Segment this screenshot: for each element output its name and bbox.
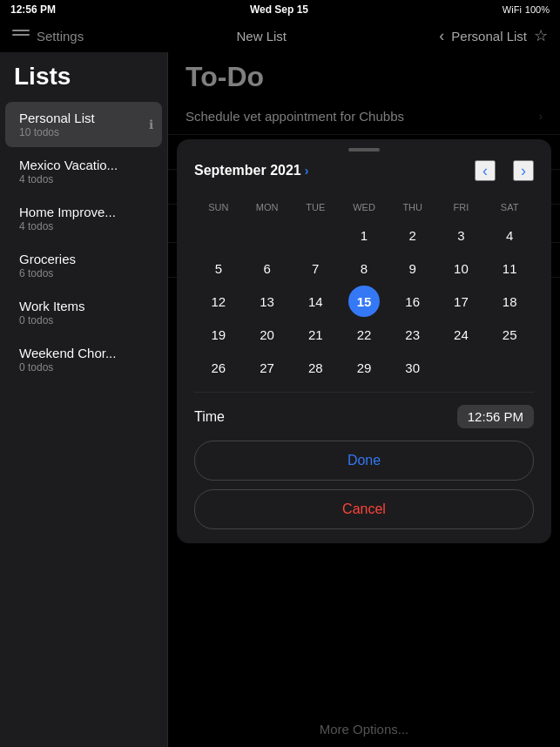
calendar-cell[interactable]: 4 [494, 219, 525, 251]
sidebar-item-work[interactable]: Work Items 0 todos [5, 290, 162, 335]
calendar-nav: ‹ › [475, 160, 534, 181]
month-expand-icon[interactable]: › [305, 164, 309, 178]
sidebar-item-sub: 4 todos [19, 173, 148, 185]
calendar-month-year: September 2021 › [194, 163, 308, 178]
nav-right: ‹ Personal List ☆ [439, 26, 548, 45]
sidebar-item-name: Groceries [19, 252, 148, 266]
calendar-cell[interactable]: 10 [445, 252, 476, 284]
calendar-cell[interactable]: 19 [203, 319, 234, 350]
new-list-button[interactable]: New List [236, 29, 287, 44]
calendar-cell[interactable]: 11 [494, 252, 525, 284]
calendar-container: September 2021 › ‹ › SUN MON TUE [177, 157, 551, 432]
nav-center: New List [98, 29, 425, 44]
sidebar-title: Lists [0, 56, 167, 101]
sidebar-item-name: Mexico Vacatio... [19, 158, 148, 172]
sidebar-item-sub: 10 todos [19, 126, 148, 138]
day-name-fri: FRI [437, 199, 486, 216]
calendar-cell[interactable]: 6 [252, 252, 283, 284]
calendar-cell[interactable]: 14 [300, 286, 331, 317]
calendar-cell[interactable]: 13 [252, 286, 283, 317]
star-icon[interactable]: ☆ [534, 26, 548, 45]
status-bar: 12:56 PM Wed Sep 15 WiFi 100% [0, 0, 560, 19]
day-name-mon: MON [243, 199, 292, 216]
modal-handle [177, 139, 551, 157]
sidebar: Lists Personal List 10 todos ℹ Mexico Va… [0, 52, 168, 747]
calendar-cell[interactable]: 30 [397, 352, 428, 383]
calendar-cell[interactable]: 9 [397, 252, 428, 284]
calendar-cell[interactable]: 21 [300, 319, 331, 350]
back-label[interactable]: Personal List [451, 29, 527, 44]
settings-button[interactable]: Settings [37, 29, 84, 44]
nav-left: Settings [12, 29, 84, 44]
date-picker-modal: September 2021 › ‹ › SUN MON TUE [177, 139, 551, 543]
calendar-cell[interactable]: 12 [203, 286, 234, 317]
sidebar-item-mexico[interactable]: Mexico Vacatio... 4 todos [5, 149, 162, 194]
calendar-cell[interactable]: 28 [300, 352, 331, 383]
calendar-cell[interactable]: 24 [445, 319, 476, 350]
sidebar-toggle-icon[interactable] [12, 30, 30, 42]
nav-bar: Settings New List ‹ Personal List ☆ [0, 19, 560, 52]
date-picker-modal-overlay: September 2021 › ‹ › SUN MON TUE [168, 52, 560, 747]
content-area: To-Do Schedule vet appointment for Chubb… [168, 52, 560, 747]
sidebar-item-sub: 6 todos [19, 267, 148, 279]
sidebar-item-sub: 4 todos [19, 220, 148, 232]
day-name-tue: TUE [291, 199, 340, 216]
calendar-cell[interactable]: 22 [348, 319, 380, 350]
calendar-grid: SUN MON TUE WED THU FRI SAT 123456789101… [194, 199, 534, 383]
calendar-cell [252, 219, 283, 251]
back-arrow-icon: ‹ [439, 27, 444, 45]
main-layout: Lists Personal List 10 todos ℹ Mexico Va… [0, 52, 560, 747]
calendar-cell [300, 219, 331, 251]
done-button[interactable]: Done [194, 441, 534, 481]
calendar-cell [445, 352, 476, 383]
calendar-cell[interactable]: 15 [348, 286, 380, 317]
calendar-cell[interactable]: 5 [203, 252, 234, 284]
time-label: Time [194, 409, 225, 425]
info-icon[interactable]: ℹ [149, 118, 153, 131]
calendar-cell[interactable]: 3 [445, 219, 476, 251]
calendar-cell[interactable]: 25 [494, 319, 525, 350]
calendar-cell [203, 219, 234, 251]
sidebar-item-sub: 0 todos [19, 314, 148, 326]
next-month-button[interactable]: › [513, 160, 534, 181]
calendar-cell[interactable]: 29 [348, 352, 380, 383]
sidebar-item-personal-list[interactable]: Personal List 10 todos ℹ [5, 102, 162, 147]
calendar-cell[interactable]: 20 [252, 319, 283, 350]
calendar-cell[interactable]: 18 [494, 286, 525, 317]
sidebar-item-groceries[interactable]: Groceries 6 todos [5, 243, 162, 288]
cancel-button[interactable]: Cancel [194, 489, 534, 529]
status-time: 12:56 PM [10, 3, 56, 16]
calendar-days: 1234567891011121314151617181920212223242… [194, 219, 534, 383]
calendar-cell[interactable]: 23 [397, 319, 428, 350]
time-value[interactable]: 12:56 PM [457, 405, 534, 428]
sidebar-item-name: Work Items [19, 299, 148, 313]
time-row: Time 12:56 PM [194, 392, 534, 432]
day-name-thu: THU [388, 199, 437, 216]
sidebar-item-name: Home Improve... [19, 205, 148, 219]
status-indicators: WiFi 100% [503, 4, 550, 15]
sidebar-item-name: Weekend Chor... [19, 346, 148, 360]
day-name-wed: WED [340, 199, 388, 216]
calendar-days-header: SUN MON TUE WED THU FRI SAT [194, 199, 534, 216]
modal-handle-bar [348, 148, 380, 151]
calendar-cell[interactable]: 17 [445, 286, 476, 317]
calendar-cell[interactable]: 1 [348, 219, 380, 251]
day-name-sun: SUN [194, 199, 243, 216]
prev-month-button[interactable]: ‹ [475, 160, 496, 181]
calendar-cell[interactable]: 26 [203, 352, 234, 383]
calendar-cell[interactable]: 16 [397, 286, 428, 317]
calendar-cell[interactable]: 2 [397, 219, 428, 251]
wifi-icon: WiFi [503, 4, 522, 15]
sidebar-item-name: Personal List [19, 111, 148, 125]
calendar-cell [494, 352, 525, 383]
sidebar-item-sub: 0 todos [19, 361, 148, 374]
sidebar-item-home[interactable]: Home Improve... 4 todos [5, 196, 162, 241]
calendar-cell[interactable]: 7 [300, 252, 331, 284]
sidebar-item-weekend[interactable]: Weekend Chor... 0 todos [5, 337, 162, 382]
battery-label: 100% [525, 4, 550, 15]
calendar-cell[interactable]: 8 [348, 252, 380, 284]
calendar-header: September 2021 › ‹ › [194, 157, 534, 185]
calendar-cell[interactable]: 27 [252, 352, 283, 383]
status-date: Wed Sep 15 [250, 3, 308, 16]
day-name-sat: SAT [485, 199, 534, 216]
